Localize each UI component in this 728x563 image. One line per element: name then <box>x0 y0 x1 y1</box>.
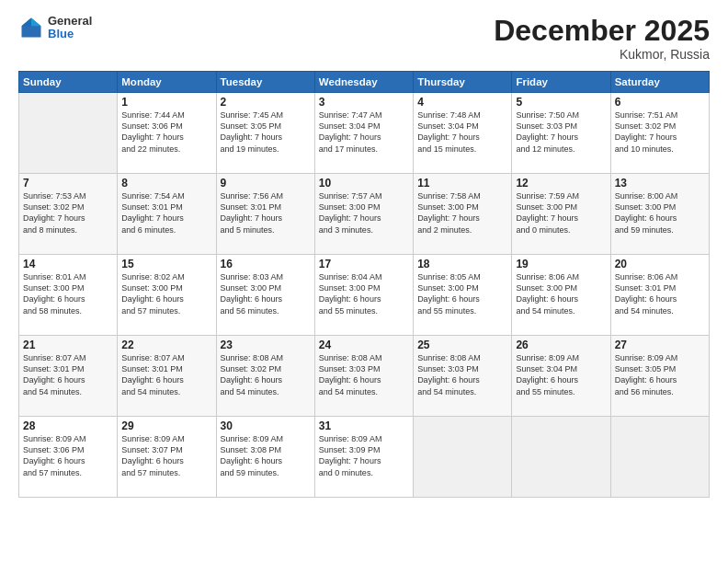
day-number: 27 <box>615 339 705 351</box>
col-header-friday: Friday <box>512 72 610 93</box>
day-number: 10 <box>319 177 409 190</box>
logo: General Blue <box>18 15 92 41</box>
day-cell: 12Sunrise: 7:59 AM Sunset: 3:00 PM Dayli… <box>512 174 610 255</box>
day-number: 11 <box>417 177 507 190</box>
col-header-sunday: Sunday <box>19 72 118 93</box>
day-cell: 7Sunrise: 7:53 AM Sunset: 3:02 PM Daylig… <box>19 174 118 255</box>
day-cell: 5Sunrise: 7:50 AM Sunset: 3:03 PM Daylig… <box>512 93 610 174</box>
day-number: 13 <box>615 177 705 190</box>
day-info: Sunrise: 8:04 AM Sunset: 3:00 PM Dayligh… <box>319 271 409 316</box>
day-cell: 9Sunrise: 7:56 AM Sunset: 3:01 PM Daylig… <box>216 174 314 255</box>
day-info: Sunrise: 8:02 AM Sunset: 3:00 PM Dayligh… <box>121 271 211 316</box>
day-cell <box>512 417 610 498</box>
month-title: December 2025 <box>494 15 710 47</box>
week-row-5: 28Sunrise: 8:09 AM Sunset: 3:06 PM Dayli… <box>19 417 710 498</box>
calendar-table: SundayMondayTuesdayWednesdayThursdayFrid… <box>18 71 710 498</box>
day-number: 16 <box>221 258 311 270</box>
day-info: Sunrise: 7:51 AM Sunset: 3:02 PM Dayligh… <box>615 109 705 155</box>
day-info: Sunrise: 8:07 AM Sunset: 3:01 PM Dayligh… <box>23 352 113 397</box>
day-number: 26 <box>516 339 606 351</box>
day-cell <box>19 93 118 174</box>
col-header-wednesday: Wednesday <box>314 72 413 93</box>
day-info: Sunrise: 8:08 AM Sunset: 3:02 PM Dayligh… <box>221 352 311 397</box>
day-number: 31 <box>319 419 409 432</box>
day-info: Sunrise: 7:53 AM Sunset: 3:02 PM Dayligh… <box>23 190 113 236</box>
col-header-saturday: Saturday <box>610 72 709 93</box>
logo-general: General <box>48 15 92 28</box>
day-cell: 21Sunrise: 8:07 AM Sunset: 3:01 PM Dayli… <box>19 336 118 417</box>
day-info: Sunrise: 8:00 AM Sunset: 3:00 PM Dayligh… <box>615 190 705 236</box>
day-cell: 15Sunrise: 8:02 AM Sunset: 3:00 PM Dayli… <box>118 255 216 336</box>
day-number: 19 <box>516 258 606 270</box>
day-info: Sunrise: 8:06 AM Sunset: 3:01 PM Dayligh… <box>615 271 705 316</box>
day-info: Sunrise: 8:08 AM Sunset: 3:03 PM Dayligh… <box>417 352 507 397</box>
svg-marker-2 <box>22 18 32 27</box>
day-info: Sunrise: 8:09 AM Sunset: 3:08 PM Dayligh… <box>221 433 311 478</box>
svg-marker-1 <box>31 18 41 27</box>
day-cell: 23Sunrise: 8:08 AM Sunset: 3:02 PM Dayli… <box>216 336 314 417</box>
logo-text: General Blue <box>48 15 92 41</box>
day-number: 9 <box>221 177 311 190</box>
day-cell: 28Sunrise: 8:09 AM Sunset: 3:06 PM Dayli… <box>19 417 118 498</box>
day-number: 8 <box>121 177 211 190</box>
day-cell <box>414 417 512 498</box>
day-number: 29 <box>121 419 211 432</box>
day-number: 24 <box>319 339 409 351</box>
day-info: Sunrise: 8:03 AM Sunset: 3:00 PM Dayligh… <box>221 271 311 316</box>
day-info: Sunrise: 8:09 AM Sunset: 3:04 PM Dayligh… <box>516 352 606 397</box>
day-cell: 16Sunrise: 8:03 AM Sunset: 3:00 PM Dayli… <box>216 255 314 336</box>
day-info: Sunrise: 7:44 AM Sunset: 3:06 PM Dayligh… <box>121 109 211 155</box>
day-number: 28 <box>23 419 113 432</box>
day-number: 12 <box>516 177 606 190</box>
logo-blue: Blue <box>48 28 92 40</box>
day-info: Sunrise: 8:01 AM Sunset: 3:00 PM Dayligh… <box>23 271 113 316</box>
title-block: December 2025 Kukmor, Russia <box>494 15 710 62</box>
day-cell: 31Sunrise: 8:09 AM Sunset: 3:09 PM Dayli… <box>314 417 413 498</box>
day-number: 18 <box>417 258 507 270</box>
week-row-3: 14Sunrise: 8:01 AM Sunset: 3:00 PM Dayli… <box>19 255 710 336</box>
col-header-monday: Monday <box>118 72 216 93</box>
day-cell: 14Sunrise: 8:01 AM Sunset: 3:00 PM Dayli… <box>19 255 118 336</box>
day-cell: 4Sunrise: 7:48 AM Sunset: 3:04 PM Daylig… <box>414 93 512 174</box>
day-number: 15 <box>121 258 211 270</box>
week-row-2: 7Sunrise: 7:53 AM Sunset: 3:02 PM Daylig… <box>19 174 710 255</box>
day-cell: 26Sunrise: 8:09 AM Sunset: 3:04 PM Dayli… <box>512 336 610 417</box>
day-number: 7 <box>23 177 113 190</box>
day-info: Sunrise: 7:57 AM Sunset: 3:00 PM Dayligh… <box>319 190 409 236</box>
day-number: 25 <box>417 339 507 351</box>
day-info: Sunrise: 8:05 AM Sunset: 3:00 PM Dayligh… <box>417 271 507 316</box>
page: General Blue December 2025 Kukmor, Russi… <box>0 0 728 563</box>
day-cell: 29Sunrise: 8:09 AM Sunset: 3:07 PM Dayli… <box>118 417 216 498</box>
day-cell: 24Sunrise: 8:08 AM Sunset: 3:03 PM Dayli… <box>314 336 413 417</box>
day-number: 1 <box>121 96 211 109</box>
location: Kukmor, Russia <box>494 47 710 62</box>
day-cell: 20Sunrise: 8:06 AM Sunset: 3:01 PM Dayli… <box>610 255 709 336</box>
calendar-header-row: SundayMondayTuesdayWednesdayThursdayFrid… <box>19 72 710 93</box>
day-number: 30 <box>221 419 311 432</box>
day-cell: 13Sunrise: 8:00 AM Sunset: 3:00 PM Dayli… <box>610 174 709 255</box>
day-info: Sunrise: 8:09 AM Sunset: 3:06 PM Dayligh… <box>23 433 113 478</box>
day-info: Sunrise: 8:09 AM Sunset: 3:07 PM Dayligh… <box>121 433 211 478</box>
week-row-4: 21Sunrise: 8:07 AM Sunset: 3:01 PM Dayli… <box>19 336 710 417</box>
day-cell: 10Sunrise: 7:57 AM Sunset: 3:00 PM Dayli… <box>314 174 413 255</box>
day-cell: 6Sunrise: 7:51 AM Sunset: 3:02 PM Daylig… <box>610 93 709 174</box>
day-number: 2 <box>221 96 311 109</box>
week-row-1: 1Sunrise: 7:44 AM Sunset: 3:06 PM Daylig… <box>19 93 710 174</box>
day-info: Sunrise: 7:59 AM Sunset: 3:00 PM Dayligh… <box>516 190 606 236</box>
col-header-thursday: Thursday <box>414 72 512 93</box>
header: General Blue December 2025 Kukmor, Russi… <box>18 15 710 62</box>
day-cell: 25Sunrise: 8:08 AM Sunset: 3:03 PM Dayli… <box>414 336 512 417</box>
day-number: 20 <box>615 258 705 270</box>
day-info: Sunrise: 8:07 AM Sunset: 3:01 PM Dayligh… <box>121 352 211 397</box>
day-cell: 3Sunrise: 7:47 AM Sunset: 3:04 PM Daylig… <box>314 93 413 174</box>
day-info: Sunrise: 7:47 AM Sunset: 3:04 PM Dayligh… <box>319 109 409 155</box>
day-cell: 27Sunrise: 8:09 AM Sunset: 3:05 PM Dayli… <box>610 336 709 417</box>
day-number: 5 <box>516 96 606 109</box>
day-info: Sunrise: 8:09 AM Sunset: 3:05 PM Dayligh… <box>615 352 705 397</box>
day-info: Sunrise: 7:56 AM Sunset: 3:01 PM Dayligh… <box>221 190 311 236</box>
day-info: Sunrise: 8:09 AM Sunset: 3:09 PM Dayligh… <box>319 433 409 478</box>
day-info: Sunrise: 7:48 AM Sunset: 3:04 PM Dayligh… <box>417 109 507 155</box>
day-cell: 19Sunrise: 8:06 AM Sunset: 3:00 PM Dayli… <box>512 255 610 336</box>
day-number: 14 <box>23 258 113 270</box>
day-number: 6 <box>615 96 705 109</box>
